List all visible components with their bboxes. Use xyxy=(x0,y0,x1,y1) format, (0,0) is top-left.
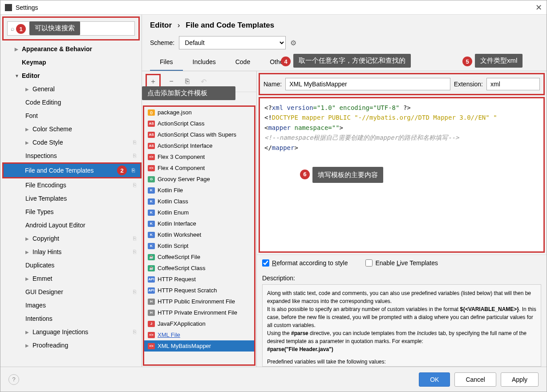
annotation-6: 填写模板的主要内容 xyxy=(312,167,383,183)
template-label: CoffeeScript Class xyxy=(158,265,205,271)
tab-code[interactable]: Code xyxy=(226,54,260,71)
template-label: Groovy Server Page xyxy=(158,176,210,182)
tree-inlay-hints[interactable]: ▶Inlay Hints⎘ xyxy=(4,245,142,259)
settings-tree[interactable]: ▶Appearance & Behavior Keymap ▼Editor ▶G… xyxy=(0,42,142,367)
help-button[interactable]: ? xyxy=(8,374,19,385)
template-item[interactable]: HHTTP Public Environment File xyxy=(144,296,254,307)
tree-gui-designer[interactable]: GUI Designer⎘ xyxy=(4,285,142,299)
kt-icon: K xyxy=(148,198,155,205)
template-label: HTTP Request xyxy=(158,276,196,283)
tree-general[interactable]: ▶General xyxy=(4,82,142,96)
template-item[interactable]: KKotlin Class xyxy=(144,196,254,207)
name-input[interactable] xyxy=(285,78,450,90)
template-item[interactable]: APIHTTP Request Scratch xyxy=(144,285,254,296)
tree-color-scheme[interactable]: ▶Color Scheme xyxy=(4,122,142,136)
tree-file-types[interactable]: File Types xyxy=(4,205,142,218)
tree-proofreading[interactable]: ▶Proofreading xyxy=(4,339,142,352)
template-label: Kotlin File xyxy=(158,187,183,194)
tree-live-templates[interactable]: Live Templates xyxy=(4,192,142,205)
template-item[interactable]: JJavaFXApplication xyxy=(144,318,254,329)
content-split: ＋ − ⎘ ↶ 3 点击添加新文件模板 {}package.jsonASActi… xyxy=(142,71,547,367)
tree-file-encodings[interactable]: File Encodings⎘ xyxy=(4,178,142,192)
api-icon: API xyxy=(148,276,155,283)
template-item[interactable]: <>XML MyBatisMapper xyxy=(144,340,254,352)
reformat-checkbox[interactable]: Reformat according to style xyxy=(262,259,348,267)
template-item[interactable]: KKotlin Script xyxy=(144,240,254,251)
description-label: Description: xyxy=(262,275,541,282)
remove-button[interactable]: − xyxy=(166,76,177,87)
tree-file-code-templates[interactable]: File and Code Templates 2 ⎘ xyxy=(4,164,140,177)
close-icon[interactable]: ✕ xyxy=(535,3,542,12)
live-check[interactable] xyxy=(365,259,373,267)
ok-button[interactable]: OK xyxy=(419,372,450,387)
template-label: XML MyBatisMapper xyxy=(158,343,211,349)
template-item[interactable]: <>Flex 4 Component xyxy=(144,162,254,174)
template-item[interactable]: ASActionScript Interface xyxy=(144,140,254,151)
tree-appearance[interactable]: ▶Appearance & Behavior xyxy=(4,42,142,56)
template-item[interactable]: GGroovy Server Page xyxy=(144,174,254,185)
reformat-check[interactable] xyxy=(262,259,269,267)
template-label: ActionScript Class xyxy=(158,120,204,127)
http-icon: H xyxy=(148,310,155,316)
copy-icon: ⎘ xyxy=(133,139,136,145)
ext-input[interactable] xyxy=(486,78,540,90)
template-item[interactable]: APIHTTP Request xyxy=(144,274,254,285)
tree-keymap[interactable]: Keymap xyxy=(4,56,142,69)
template-item[interactable]: {}package.json xyxy=(144,107,254,118)
template-list[interactable]: {}package.jsonASActionScript ClassASActi… xyxy=(143,105,255,366)
template-item[interactable]: KKotlin Interface xyxy=(144,218,254,229)
apply-button[interactable]: Apply xyxy=(501,372,539,387)
tree-intentions[interactable]: Intentions xyxy=(4,312,142,325)
copy-button[interactable]: ⎘ xyxy=(182,76,193,87)
template-label: Flex 4 Component xyxy=(158,165,205,171)
editor-panel: Name: Extension: <?xml version="1.0" enc… xyxy=(257,71,547,367)
tree-lang-injections[interactable]: ▶Language Injections⎘ xyxy=(4,325,142,339)
scheme-select[interactable]: Default xyxy=(179,36,286,49)
cancel-button[interactable]: Cancel xyxy=(454,372,496,387)
template-item[interactable]: KKotlin Enum xyxy=(144,207,254,218)
template-item[interactable]: HHTTP Private Environment File xyxy=(144,307,254,318)
coffee-icon: ☕ xyxy=(148,254,155,260)
copy-icon: ⎘ xyxy=(133,235,136,242)
tree-code-editing[interactable]: Code Editing xyxy=(4,96,142,109)
as-icon: AS xyxy=(148,121,155,127)
undo-button[interactable]: ↶ xyxy=(198,76,209,87)
titlebar: Settings ✕ xyxy=(0,0,547,15)
template-item[interactable]: <>XML File xyxy=(144,329,254,340)
tab-files[interactable]: Files xyxy=(150,54,183,71)
template-item[interactable]: KKotlin Worksheet xyxy=(144,229,254,240)
settings-window: Settings ✕ ⌕ 1 可以快速搜索 ▶Appearance & Beha… xyxy=(0,0,547,392)
tree-images[interactable]: Images xyxy=(4,299,142,312)
gear-icon[interactable]: ⚙ xyxy=(290,39,296,47)
tree-emmet[interactable]: ▶Emmet xyxy=(4,272,142,285)
template-item[interactable]: KKotlin File xyxy=(144,185,254,196)
template-item[interactable]: ☕CoffeeScript Class xyxy=(144,263,254,274)
tree-editor[interactable]: ▼Editor xyxy=(4,69,142,82)
as-icon: AS xyxy=(148,132,155,138)
tree-android-layout[interactable]: Android Layout Editor xyxy=(4,218,142,232)
tree-copyright[interactable]: ▶Copyright⎘ xyxy=(4,232,142,245)
code-editor[interactable]: <?xml version="1.0" encoding="UTF-8" ?> … xyxy=(259,97,545,253)
template-item[interactable]: <>Flex 3 Component xyxy=(144,151,254,162)
live-templates-checkbox[interactable]: Enable Live Templates xyxy=(365,259,438,267)
copy-icon: ⎘ xyxy=(133,289,136,295)
badge-6: 6 xyxy=(300,170,310,179)
badge-4: 4 xyxy=(281,57,291,66)
badge-1: 1 xyxy=(16,24,26,34)
selected-outline: File and Code Templates 2 ⎘ xyxy=(2,162,142,178)
template-item[interactable]: ☕CoffeeScript File xyxy=(144,251,254,263)
description-text[interactable]: Along with static text, code and comment… xyxy=(262,284,541,367)
tree-font[interactable]: Font xyxy=(4,109,142,122)
add-button[interactable]: ＋ xyxy=(148,76,158,87)
tree-duplicates[interactable]: Duplicates xyxy=(4,259,142,272)
breadcrumb: Editor › File and Code Templates xyxy=(142,15,547,33)
description-section: Description: Along with static text, cod… xyxy=(257,271,547,367)
flex-icon: <> xyxy=(148,165,155,171)
template-item[interactable]: ASActionScript Class xyxy=(144,118,254,129)
template-item[interactable]: ASActionScript Class with Supers xyxy=(144,129,254,140)
tab-includes[interactable]: Includes xyxy=(183,54,226,71)
tree-code-style[interactable]: ▶Code Style⎘ xyxy=(4,136,142,149)
http-icon: H xyxy=(148,299,155,305)
tree-inspections[interactable]: Inspections⎘ xyxy=(4,149,142,162)
name-section: Name: xyxy=(263,78,450,90)
